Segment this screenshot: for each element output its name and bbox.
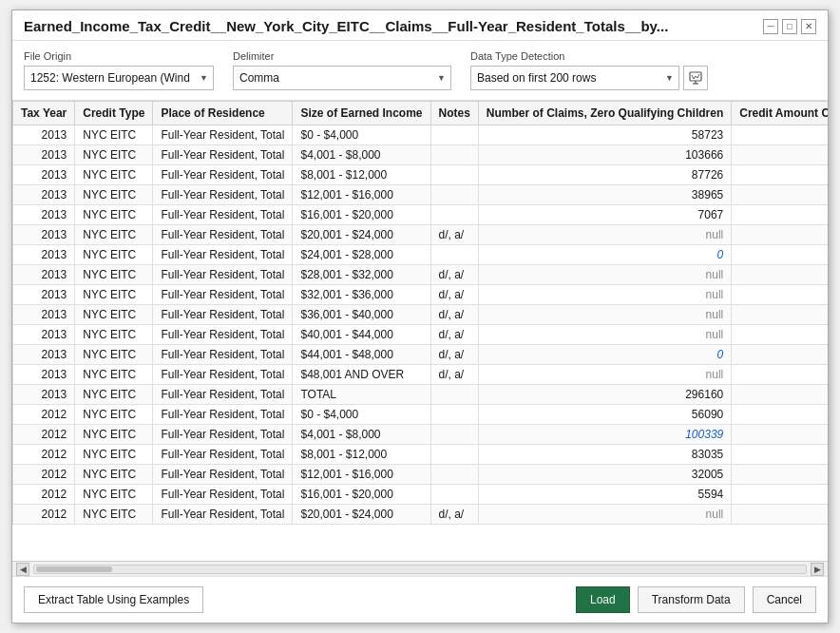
cell-credit: NYC EITC [75, 445, 153, 465]
data-table: Tax Year Credit Type Place of Residence … [12, 101, 828, 525]
cell-credit: NYC EITC [75, 365, 153, 385]
cell-notes [430, 465, 478, 485]
cell-year: 2013 [13, 205, 75, 225]
cell-number: null [478, 505, 731, 525]
restore-button[interactable]: □ [782, 19, 797, 34]
cell-credit: NYC EITC [75, 485, 153, 505]
scroll-track[interactable] [33, 565, 807, 574]
minimize-button[interactable]: ─ [763, 19, 778, 34]
cell-size: $16,001 - $20,000 [293, 205, 430, 225]
cell-amount [732, 305, 828, 325]
scroll-left-arrow[interactable]: ◀ [16, 563, 29, 576]
file-origin-group: File Origin 1252: Western European (Wind… [24, 50, 214, 90]
cell-number: null [478, 325, 731, 345]
cell-credit: NYC EITC [75, 385, 153, 405]
cell-amount [732, 205, 828, 225]
cell-size: $4,001 - $8,000 [293, 425, 430, 445]
title-bar: Earned_Income_Tax_Credit__New_York_City_… [12, 10, 828, 41]
horizontal-scrollbar[interactable]: ◀ ▶ [12, 561, 828, 576]
table-row: 2013NYC EITCFull-Year Resident, Total$40… [13, 325, 829, 345]
footer-right: Load Transform Data Cancel [576, 586, 816, 613]
cell-size: $36,001 - $40,000 [293, 305, 430, 325]
cell-size: $8,001 - $12,000 [293, 445, 430, 465]
cell-year: 2013 [13, 125, 75, 145]
cell-amount [732, 145, 828, 165]
main-window: Earned_Income_Tax_Credit__New_York_City_… [11, 10, 829, 623]
cell-number: 0 [478, 245, 731, 265]
cell-credit: NYC EITC [75, 345, 153, 365]
cell-notes: d/, a/ [430, 225, 478, 245]
cell-place: Full-Year Resident, Total [153, 505, 293, 525]
table-row: 2013NYC EITCFull-Year Resident, Total$16… [13, 205, 829, 225]
table-row: 2013NYC EITCFull-Year Resident, Total$32… [13, 285, 829, 305]
cell-amount [732, 505, 828, 525]
cell-notes [430, 485, 478, 505]
cell-credit: NYC EITC [75, 125, 153, 145]
cell-amount [732, 225, 828, 245]
cell-amount [732, 425, 828, 445]
data-table-wrapper[interactable]: Tax Year Credit Type Place of Residence … [12, 101, 828, 561]
table-row: 2013NYC EITCFull-Year Resident, Total$44… [13, 345, 829, 365]
cell-notes [430, 245, 478, 265]
cell-size: $16,001 - $20,000 [293, 485, 430, 505]
cell-amount [732, 245, 828, 265]
cell-size: $12,001 - $16,000 [293, 185, 430, 205]
table-row: 2013NYC EITCFull-Year Resident, Total$0 … [13, 125, 829, 145]
cell-place: Full-Year Resident, Total [153, 325, 293, 345]
cell-credit: NYC EITC [75, 425, 153, 445]
cell-size: $24,001 - $28,000 [293, 245, 430, 265]
cell-amount [732, 265, 828, 285]
table-header-row: Tax Year Credit Type Place of Residence … [13, 102, 829, 125]
cell-size: $4,001 - $8,000 [293, 145, 430, 165]
cell-size: $40,001 - $44,000 [293, 325, 430, 345]
cell-number: 58723 [478, 125, 731, 145]
cell-credit: NYC EITC [75, 225, 153, 245]
cell-credit: NYC EITC [75, 265, 153, 285]
data-type-select-wrapper: Based on first 200 rows [470, 66, 679, 90]
cell-year: 2013 [13, 145, 75, 165]
cell-notes [430, 385, 478, 405]
delimiter-select[interactable]: Comma [233, 66, 451, 90]
cell-number: 87726 [478, 165, 731, 185]
cell-place: Full-Year Resident, Total [153, 465, 293, 485]
table-row: 2012NYC EITCFull-Year Resident, Total$8,… [13, 445, 829, 465]
data-type-select[interactable]: Based on first 200 rows [470, 66, 679, 90]
table-row: 2012NYC EITCFull-Year Resident, Total$4,… [13, 425, 829, 445]
cell-notes: d/, a/ [430, 505, 478, 525]
cell-credit: NYC EITC [75, 205, 153, 225]
table-container: Tax Year Credit Type Place of Residence … [12, 101, 828, 576]
load-button[interactable]: Load [576, 586, 630, 613]
cell-notes [430, 425, 478, 445]
cell-amount [732, 365, 828, 385]
cell-number: 100339 [478, 425, 731, 445]
cell-number: 83035 [478, 445, 731, 465]
cell-place: Full-Year Resident, Total [153, 365, 293, 385]
cell-amount [732, 325, 828, 345]
scroll-right-arrow[interactable]: ▶ [811, 563, 824, 576]
cell-amount [732, 445, 828, 465]
cell-year: 2013 [13, 265, 75, 285]
file-origin-select[interactable]: 1252: Western European (Windows) [24, 66, 214, 90]
footer-left: Extract Table Using Examples [24, 586, 203, 613]
detect-type-button[interactable] [683, 66, 708, 90]
cell-year: 2013 [13, 305, 75, 325]
cell-size: $0 - $4,000 [293, 125, 430, 145]
col-header-credit-type: Credit Type [75, 102, 153, 125]
extract-table-button[interactable]: Extract Table Using Examples [24, 586, 203, 613]
cell-number: 56090 [478, 405, 731, 425]
cell-size: $20,001 - $24,000 [293, 225, 430, 245]
cell-notes [430, 405, 478, 425]
col-header-tax-year: Tax Year [13, 102, 75, 125]
cell-size: TOTAL [293, 385, 430, 405]
cancel-button[interactable]: Cancel [753, 586, 816, 613]
cell-credit: NYC EITC [75, 145, 153, 165]
transform-data-button[interactable]: Transform Data [638, 586, 745, 613]
cell-notes [430, 445, 478, 465]
cell-number: null [478, 265, 731, 285]
cell-year: 2013 [13, 185, 75, 205]
cell-place: Full-Year Resident, Total [153, 185, 293, 205]
cell-year: 2012 [13, 445, 75, 465]
close-button[interactable]: ✕ [801, 19, 816, 34]
cell-place: Full-Year Resident, Total [153, 305, 293, 325]
scroll-thumb[interactable] [36, 566, 112, 572]
